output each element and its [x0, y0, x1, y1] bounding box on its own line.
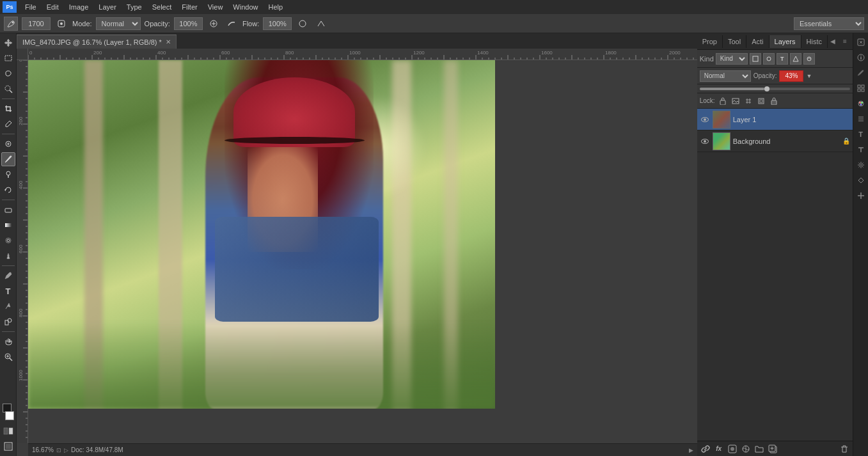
- right-type-btn[interactable]: [855, 143, 867, 156]
- menu-window[interactable]: Window: [228, 2, 262, 12]
- quick-select-tool[interactable]: [1, 82, 15, 96]
- lock-image-btn[interactable]: [730, 96, 741, 106]
- brush-tool[interactable]: [1, 152, 15, 166]
- opacity-value[interactable]: 43%: [779, 70, 803, 82]
- tab-acti[interactable]: Acti: [746, 35, 769, 48]
- brush-settings-icon[interactable]: [54, 17, 68, 31]
- tool-colors[interactable]: [1, 404, 15, 420]
- mode-select[interactable]: Normal: [96, 17, 141, 30]
- panel-expand-icon[interactable]: ◀: [828, 36, 838, 47]
- layer-link-btn[interactable]: [700, 443, 711, 455]
- opacity-slider-thumb[interactable]: [764, 86, 769, 91]
- menu-help[interactable]: Help: [264, 2, 287, 12]
- tab-layers[interactable]: Layers: [769, 35, 801, 48]
- menu-filter[interactable]: Filter: [177, 2, 201, 12]
- document-tab[interactable]: IMG_8470.JPG @ 16.7% (Layer 1, RGB/8) * …: [17, 35, 177, 49]
- filter-smart-icon[interactable]: [803, 53, 815, 65]
- menu-layer[interactable]: Layer: [94, 2, 121, 12]
- delete-layer-btn[interactable]: [839, 443, 850, 455]
- right-grid-btn[interactable]: [855, 82, 867, 95]
- doc-navigate-icon[interactable]: ▷: [64, 447, 68, 453]
- selection-rect-tool[interactable]: [1, 51, 15, 65]
- brush-tool-options-icon[interactable]: [4, 17, 18, 31]
- layer-group-btn[interactable]: [754, 443, 765, 455]
- opacity-slider-fill: [700, 88, 764, 90]
- scroll-arrow[interactable]: ▶: [689, 447, 693, 453]
- right-layers-btn[interactable]: [855, 113, 867, 125]
- workspace-select[interactable]: Essentials: [794, 17, 864, 30]
- right-extra-btn[interactable]: [855, 189, 867, 202]
- menu-edit[interactable]: Edit: [42, 2, 63, 12]
- right-info-btn[interactable]: [855, 51, 867, 64]
- layer-adjustment-btn[interactable]: [740, 443, 752, 455]
- image-canvas[interactable]: [28, 60, 495, 409]
- menu-file[interactable]: File: [20, 2, 41, 12]
- lock-position-btn[interactable]: [743, 96, 754, 106]
- airbrush-icon[interactable]: [296, 17, 310, 31]
- right-expand2-btn[interactable]: [855, 174, 867, 187]
- tab-tool[interactable]: Tool: [723, 35, 746, 48]
- opacity-stepper[interactable]: ▼: [806, 73, 812, 79]
- healing-brush-tool[interactable]: [1, 137, 15, 151]
- filter-shape-icon[interactable]: [790, 53, 801, 65]
- hand-tool[interactable]: [1, 334, 15, 349]
- layer-row-layer1[interactable]: Layer 1: [697, 109, 853, 130]
- canvas-container: 16.67% ⊡ ▷ Doc: 34.8M/47.8M ▶: [17, 49, 697, 456]
- flow-input[interactable]: 100%: [263, 17, 292, 30]
- quick-mask-toggle[interactable]: [1, 424, 15, 438]
- blur-tool[interactable]: [1, 233, 15, 248]
- filter-pixel-icon[interactable]: [750, 53, 761, 65]
- eraser-tool[interactable]: [1, 203, 15, 217]
- background-visibility-toggle[interactable]: [700, 136, 710, 146]
- new-layer-btn[interactable]: [767, 443, 778, 455]
- opacity-slider-track[interactable]: [700, 88, 850, 90]
- menu-image[interactable]: Image: [65, 2, 93, 12]
- right-settings-btn[interactable]: [855, 159, 867, 171]
- filter-adjust-icon[interactable]: [763, 53, 775, 65]
- filter-kind-select[interactable]: Kind: [716, 53, 748, 65]
- layer-row-background[interactable]: Background 🔒: [697, 130, 853, 152]
- gradient-tool[interactable]: [1, 218, 15, 232]
- mode-label: Mode:: [72, 20, 92, 28]
- menu-type[interactable]: Type: [122, 2, 146, 12]
- right-color-btn[interactable]: [855, 97, 867, 110]
- right-brush-btn[interactable]: [855, 67, 867, 79]
- smoothing-icon[interactable]: [225, 17, 239, 31]
- lock-transparent-btn[interactable]: [718, 96, 728, 106]
- lasso-tool[interactable]: [1, 67, 15, 81]
- right-text-btn[interactable]: T: [855, 128, 867, 141]
- always-use-pressure-opacity-icon[interactable]: [207, 17, 221, 31]
- opacity-input[interactable]: 100%: [174, 17, 203, 30]
- screen-mode[interactable]: [1, 439, 15, 453]
- always-use-pressure-flow-icon[interactable]: [313, 17, 327, 31]
- history-brush-tool[interactable]: [1, 183, 15, 197]
- pen-tool[interactable]: [1, 269, 15, 283]
- blend-mode-select[interactable]: Normal: [700, 70, 751, 82]
- tab-prop[interactable]: Prop: [697, 35, 723, 48]
- path-select-tool[interactable]: [1, 299, 15, 313]
- document-window[interactable]: [28, 60, 697, 443]
- clone-stamp-tool[interactable]: [1, 168, 15, 182]
- doc-tab-close-btn[interactable]: ✕: [166, 38, 171, 45]
- zoom-tool[interactable]: [1, 350, 15, 364]
- lock-all-btn[interactable]: [769, 96, 779, 106]
- background-color[interactable]: [5, 411, 14, 420]
- move-tool[interactable]: [1, 36, 15, 50]
- panel-menu-icon[interactable]: ≡: [840, 36, 850, 47]
- tab-histc[interactable]: Histc: [801, 35, 828, 48]
- eyedropper-tool[interactable]: [1, 117, 15, 131]
- menu-select[interactable]: Select: [148, 2, 177, 12]
- layer1-visibility-toggle[interactable]: [700, 114, 710, 125]
- doc-info-icon[interactable]: ⊡: [56, 447, 61, 453]
- crop-tool[interactable]: [1, 102, 15, 116]
- shape-tool[interactable]: [1, 315, 15, 329]
- lock-artboard-btn[interactable]: [756, 96, 766, 106]
- filter-text-icon[interactable]: T: [777, 53, 788, 65]
- brush-size-input[interactable]: 1700: [22, 17, 51, 30]
- dodge-tool[interactable]: [1, 249, 15, 263]
- text-tool[interactable]: T: [1, 284, 15, 298]
- right-collapse-btn[interactable]: [855, 36, 867, 49]
- layer-mask-btn[interactable]: [727, 443, 738, 455]
- menu-view[interactable]: View: [203, 2, 228, 12]
- layer-fx-btn[interactable]: fx: [713, 443, 725, 455]
